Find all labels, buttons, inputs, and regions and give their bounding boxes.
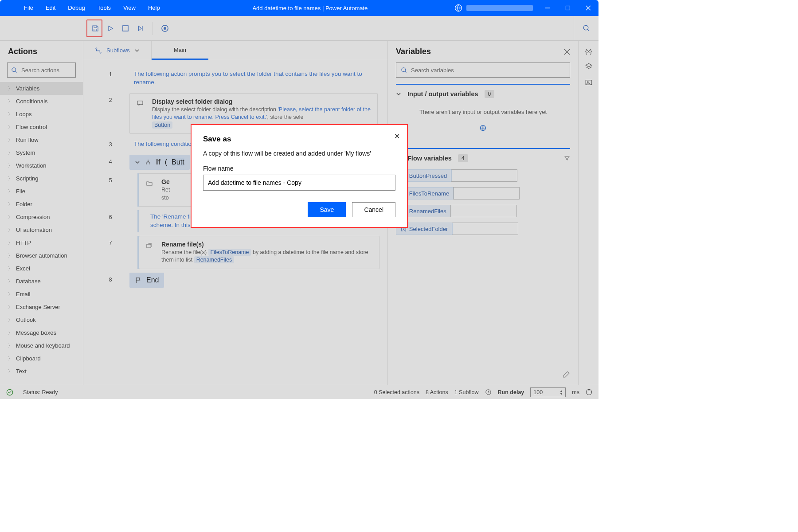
window-title: Add datetime to file names | Power Autom… (166, 5, 454, 12)
svg-rect-2 (566, 6, 570, 10)
dialog-description: A copy of this flow will be created and … (203, 150, 395, 157)
account-label (466, 5, 533, 11)
minimize-button[interactable] (537, 0, 558, 16)
account-icon[interactable] (454, 4, 463, 12)
titlebar: File Edit Debug Tools View Help Add date… (0, 0, 598, 16)
save-as-dialog: ✕ Save as A copy of this flow will be cr… (191, 124, 408, 228)
menu-help[interactable]: Help (142, 0, 166, 16)
menu-file[interactable]: File (18, 0, 39, 16)
dialog-close-icon[interactable]: ✕ (394, 132, 400, 141)
dialog-title: Save as (203, 135, 395, 144)
menu-edit[interactable]: Edit (39, 0, 62, 16)
menu-bar: File Edit Debug Tools View Help (0, 0, 166, 16)
cancel-button[interactable]: Cancel (352, 202, 395, 217)
menu-view[interactable]: View (117, 0, 142, 16)
menu-tools[interactable]: Tools (91, 0, 117, 16)
close-button[interactable] (578, 0, 598, 16)
menu-debug[interactable]: Debug (62, 0, 91, 16)
save-button[interactable]: Save (308, 202, 346, 217)
maximize-button[interactable] (558, 0, 578, 16)
flow-name-label: Flow name (203, 165, 395, 172)
flow-name-input[interactable] (203, 175, 395, 191)
